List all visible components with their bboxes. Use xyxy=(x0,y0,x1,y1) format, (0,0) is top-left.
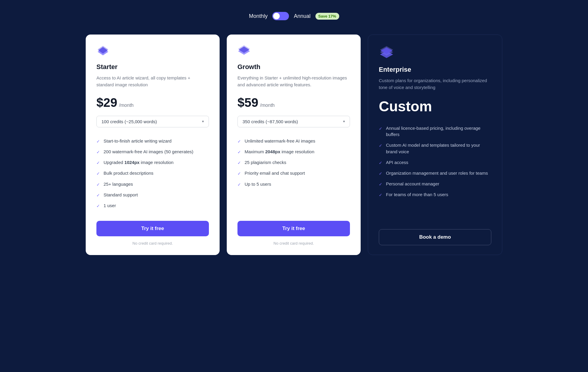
starter-price-period: /month xyxy=(119,103,134,108)
check-icon: ✓ xyxy=(96,138,100,144)
growth-plan-desc: Everything in Starter + unlimited high-r… xyxy=(237,74,350,88)
list-item: ✓For teams of more than 5 users xyxy=(379,189,491,200)
list-item: ✓25 plagiarism checks xyxy=(237,157,350,168)
check-icon: ✓ xyxy=(237,149,241,155)
list-item: ✓Maximum 2048px image resolution xyxy=(237,146,350,157)
chevron-down-icon: ▾ xyxy=(343,119,345,124)
chevron-down-icon: ▾ xyxy=(202,119,204,124)
enterprise-plan-name: Enterprise xyxy=(379,66,491,74)
starter-price-amount: $29 xyxy=(96,96,117,110)
check-icon: ✓ xyxy=(96,192,100,198)
check-icon: ✓ xyxy=(96,149,100,155)
starter-cta-button[interactable]: Try it free xyxy=(96,221,209,236)
growth-plan-name: Growth xyxy=(237,63,350,71)
enterprise-price-amount: Custom xyxy=(379,98,491,115)
growth-credits-label: 350 credits (~87,500 words) xyxy=(243,119,298,124)
growth-credits-dropdown[interactable]: 350 credits (~87,500 words) ▾ xyxy=(237,116,350,127)
check-icon: ✓ xyxy=(237,182,241,187)
list-item: ✓1 user xyxy=(96,200,209,211)
starter-features-list: ✓Start-to-finish article writing wizard … xyxy=(96,136,209,211)
growth-price: $59 /month xyxy=(237,96,350,110)
starter-icon xyxy=(96,45,209,57)
annual-label: Annual xyxy=(294,13,310,19)
starter-plan-card: Starter Access to AI article wizard, all… xyxy=(86,35,220,255)
growth-price-amount: $59 xyxy=(237,96,258,110)
check-icon: ✓ xyxy=(379,171,382,176)
growth-price-period: /month xyxy=(260,103,275,108)
growth-cta-button[interactable]: Try it free xyxy=(237,221,350,236)
check-icon: ✓ xyxy=(379,192,382,198)
list-item: ✓Annual licence-based pricing, including… xyxy=(379,123,491,140)
plans-container: Starter Access to AI article wizard, all… xyxy=(86,35,502,255)
check-icon: ✓ xyxy=(96,160,100,166)
enterprise-cta-button[interactable]: Book a demo xyxy=(379,229,491,245)
check-icon: ✓ xyxy=(96,171,100,176)
monthly-label: Monthly xyxy=(249,13,268,19)
check-icon: ✓ xyxy=(379,126,382,132)
enterprise-plan-desc: Custom plans for organizations, includin… xyxy=(379,77,491,91)
check-icon: ✓ xyxy=(379,143,382,149)
growth-features-list: ✓Unlimited watermark-free AI images ✓Max… xyxy=(237,136,350,211)
starter-plan-desc: Access to AI article wizard, all copy te… xyxy=(96,74,209,88)
growth-plan-card: Growth Everything in Starter + unlimited… xyxy=(227,35,361,255)
list-item: ✓Organization management and user roles … xyxy=(379,168,491,179)
list-item: ✓Standard support xyxy=(96,190,209,200)
list-item: ✓Bulk product descriptions xyxy=(96,168,209,179)
starter-credits-label: 100 credits (~25,000 words) xyxy=(101,119,157,124)
toggle-thumb xyxy=(273,13,280,19)
billing-toggle: Monthly Annual Save 17% xyxy=(249,12,339,20)
toggle-switch[interactable] xyxy=(272,12,289,20)
starter-price: $29 /month xyxy=(96,96,209,110)
list-item: ✓200 watermark-free AI images (50 genera… xyxy=(96,146,209,157)
list-item: ✓Priority email and chat support xyxy=(237,168,350,179)
growth-no-cc: No credit card required. xyxy=(237,241,350,246)
check-icon: ✓ xyxy=(237,171,241,176)
starter-credits-dropdown[interactable]: 100 credits (~25,000 words) ▾ xyxy=(96,116,209,127)
check-icon: ✓ xyxy=(96,203,100,209)
check-icon: ✓ xyxy=(379,160,382,166)
list-item: ✓Personal account manager xyxy=(379,179,491,189)
save-badge: Save 17% xyxy=(315,13,339,20)
list-item: ✓Custom AI model and templates tailored … xyxy=(379,140,491,157)
check-icon: ✓ xyxy=(237,160,241,166)
check-icon: ✓ xyxy=(237,138,241,144)
growth-icon xyxy=(237,45,350,57)
list-item: ✓25+ languages xyxy=(96,179,209,190)
enterprise-features-list: ✓Annual licence-based pricing, including… xyxy=(379,123,491,220)
enterprise-plan-card: Enterprise Custom plans for organization… xyxy=(368,35,502,255)
list-item: ✓Up to 5 users xyxy=(237,179,350,190)
list-item: ✓Unlimited watermark-free AI images xyxy=(237,136,350,146)
enterprise-icon xyxy=(379,46,491,60)
check-icon: ✓ xyxy=(379,181,382,187)
list-item: ✓API access xyxy=(379,157,491,168)
starter-no-cc: No credit card required. xyxy=(96,241,209,246)
starter-plan-name: Starter xyxy=(96,63,209,71)
check-icon: ✓ xyxy=(96,182,100,187)
list-item: ✓Upgraded 1024px image resolution xyxy=(96,157,209,168)
list-item: ✓Start-to-finish article writing wizard xyxy=(96,136,209,146)
